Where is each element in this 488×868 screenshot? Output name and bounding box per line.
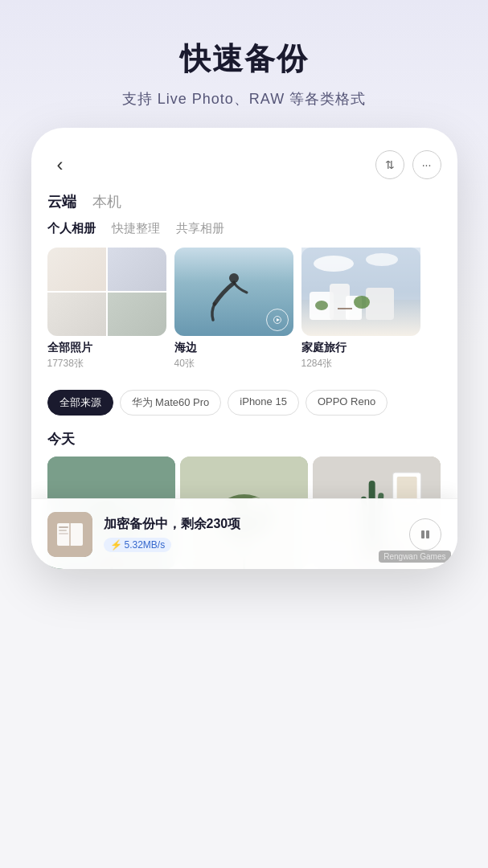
backup-speed: ⚡ 5.32MB/s xyxy=(104,538,172,552)
album-seaside-count: 40张 xyxy=(174,357,293,371)
album-all-label: 全部照片 xyxy=(47,341,166,355)
svg-rect-36 xyxy=(59,526,68,528)
backup-thumbnail xyxy=(47,512,92,557)
today-section-label: 今天 xyxy=(31,427,457,457)
tab-local[interactable]: 本机 xyxy=(92,192,121,211)
phone-mockup: ⇅ ··· 云端 本机 个人相册 快捷整理 共享相册 xyxy=(31,128,457,569)
album-family-label: 家庭旅行 xyxy=(301,341,420,355)
sort-button[interactable]: ⇅ xyxy=(375,150,404,179)
pill-oppo[interactable]: OPPO Reno xyxy=(306,390,388,416)
tab-personal-album[interactable]: 个人相册 xyxy=(47,221,96,236)
more-button[interactable]: ··· xyxy=(412,150,441,179)
svg-marker-2 xyxy=(277,318,280,321)
svg-rect-12 xyxy=(338,308,352,309)
tab-quick-organize[interactable]: 快捷整理 xyxy=(112,221,160,236)
page-subtitle: 支持 Live Photo、RAW 等各类格式 xyxy=(16,89,472,108)
svg-rect-39 xyxy=(421,530,424,538)
album-all-photos[interactable]: 全部照片 17738张 xyxy=(47,248,166,371)
svg-rect-38 xyxy=(59,533,68,534)
album-all-count: 17738张 xyxy=(47,357,166,371)
more-icon: ··· xyxy=(422,158,432,171)
page-title: 快速备份 xyxy=(16,39,472,80)
source-filter: 全部来源 华为 Mate60 Pro iPhone 15 OPPO Reno xyxy=(31,382,457,427)
top-section: 快速备份 支持 Live Photo、RAW 等各类格式 xyxy=(0,0,488,128)
album-seaside[interactable]: 海边 40张 xyxy=(174,248,293,371)
pill-all-sources[interactable]: 全部来源 xyxy=(47,390,113,416)
tab-shared-album[interactable]: 共享相册 xyxy=(176,221,224,236)
speed-value: 5.32MB/s xyxy=(125,539,166,551)
svg-point-10 xyxy=(354,296,370,309)
backup-title: 加密备份中，剩余230项 xyxy=(104,516,398,533)
svg-point-11 xyxy=(315,301,328,310)
album-family-count: 1284张 xyxy=(301,357,420,371)
lightning-icon: ⚡ xyxy=(110,539,122,551)
nav-bar: ⇅ ··· xyxy=(31,144,457,189)
nav-actions: ⇅ ··· xyxy=(375,150,441,179)
svg-rect-9 xyxy=(366,288,394,320)
back-button[interactable] xyxy=(47,152,73,178)
svg-rect-37 xyxy=(59,530,67,531)
watermark: Rengwan Games xyxy=(379,551,450,563)
pause-button[interactable] xyxy=(409,518,441,551)
album-seaside-label: 海边 xyxy=(174,341,293,355)
pill-huawei[interactable]: 华为 Mate60 Pro xyxy=(120,390,222,416)
svg-rect-40 xyxy=(426,530,429,538)
video-play-overlay xyxy=(266,309,289,331)
sort-icon: ⇅ xyxy=(385,158,395,171)
backup-info: 加密备份中，剩余230项 ⚡ 5.32MB/s xyxy=(104,516,398,552)
album-family-trip[interactable]: 家庭旅行 1284张 xyxy=(301,248,420,371)
svg-point-4 xyxy=(314,256,354,272)
sub-tabs: 个人相册 快捷整理 共享相册 xyxy=(31,221,457,248)
album-grid: 全部照片 17738张 海边 4 xyxy=(31,248,457,382)
pill-iphone15[interactable]: iPhone 15 xyxy=(228,390,299,416)
svg-point-5 xyxy=(366,253,398,266)
tab-cloud[interactable]: 云端 xyxy=(47,192,76,211)
main-tabs: 云端 本机 xyxy=(31,189,457,221)
